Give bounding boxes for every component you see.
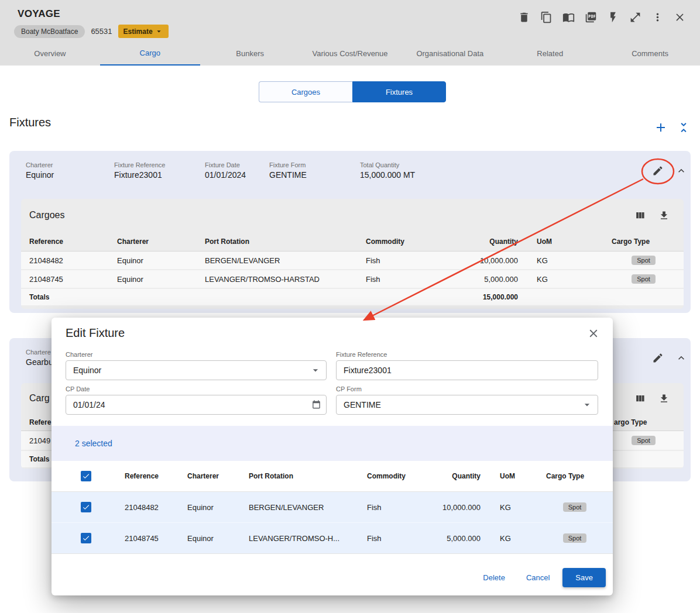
pencil-icon [652, 165, 664, 177]
trash-button[interactable] [518, 11, 530, 23]
download-button[interactable] [658, 393, 670, 404]
totals-row: Totals 15,000.000 [21, 289, 684, 305]
estimate-button[interactable]: Estimate [118, 25, 169, 38]
fullscreen-button[interactable] [629, 11, 641, 23]
cell-port-rotation: BERGEN/LEVANGER [205, 256, 366, 265]
cell-charterer: Equinor [187, 534, 249, 543]
cell-port-rotation: BERGEN/LEVANGER [249, 503, 367, 512]
charterer-select[interactable] [66, 360, 327, 380]
cell-charterer: Equinor [117, 275, 205, 284]
cell-uom: KG [518, 256, 612, 265]
select-all-checkbox[interactable] [81, 471, 91, 481]
edit-fixture-modal: Edit Fixture Charterer Fixture Reference… [52, 318, 613, 595]
voyage-number: 65531 [91, 27, 112, 36]
edit-fixture-button[interactable] [652, 165, 664, 177]
fullscreen-icon [629, 11, 641, 23]
modal-title: Edit Fixture [66, 326, 125, 340]
header-toolbar [518, 11, 686, 23]
charterer-label: Charterer [26, 161, 114, 168]
cell-port-rotation: LEVANGER/TROMSO-H... [249, 534, 367, 543]
edit-fixture-button[interactable] [652, 352, 664, 364]
fixture-date-value: 01/01/2024 [205, 170, 269, 180]
col-cargo-type: Cargo Type [546, 472, 603, 480]
tab-organisational-data[interactable]: Organisational Data [400, 41, 500, 66]
kebab-menu-button[interactable] [651, 11, 664, 23]
cp-date-input[interactable] [66, 395, 327, 415]
tab-related[interactable]: Related [500, 41, 600, 66]
col-reference: Reference [29, 237, 117, 246]
cell-commodity: Fish [367, 534, 418, 543]
cell-quantity: 10,000.000 [418, 503, 481, 512]
save-button[interactable]: Save [562, 568, 606, 587]
fixtures-toggle-button[interactable]: Fixtures [352, 81, 446, 102]
fixture-reference-input[interactable] [336, 360, 598, 380]
tab-overview[interactable]: Overview [0, 41, 100, 66]
row-checkbox[interactable] [81, 533, 91, 543]
trash-icon [518, 11, 530, 23]
cp-form-label: CP Form [336, 385, 598, 392]
cargo-table-header: Reference Charterer Port Rotation Commod… [21, 232, 684, 252]
delete-button[interactable]: Delete [475, 569, 513, 587]
col-cargo-type: argo Type [612, 418, 675, 426]
fixture-reference-value: Fixture23001 [114, 170, 205, 180]
col-quantity: Quantity [418, 472, 481, 480]
page-title: VOYAGE [18, 8, 60, 20]
row-checkbox[interactable] [81, 502, 91, 512]
selection-toolbar: 2 selected [52, 426, 613, 461]
download-button[interactable] [658, 210, 670, 221]
cell-reference: 21048482 [29, 256, 117, 265]
fixture-date-label: Fixture Date [205, 161, 269, 168]
flash-button[interactable] [607, 11, 619, 23]
totals-quantity: 15,000.000 [454, 293, 518, 301]
tab-cargo[interactable]: Cargo [100, 41, 200, 66]
collapse-all-button[interactable] [677, 120, 691, 135]
download-icon [658, 393, 670, 404]
pdf-button[interactable] [585, 11, 597, 23]
cargoes-fixtures-toggle: Cargoes Fixtures [259, 81, 446, 102]
charterer-label: Charterer [66, 351, 327, 358]
cell-quantity: 10,000.000 [454, 256, 518, 265]
plus-icon [654, 120, 668, 135]
tab-various-cost-revenue[interactable]: Various Cost/Revenue [300, 41, 400, 66]
chevron-down-icon [310, 364, 321, 376]
col-port-rotation: Port Rotation [249, 472, 367, 480]
cargoes-toolbar [634, 393, 670, 404]
collapse-card-button[interactable] [675, 165, 687, 177]
tab-comments[interactable]: Comments [600, 41, 700, 66]
fixture-summary: Charterer Equinor Fixture Reference Fixt… [9, 151, 691, 180]
col-commodity: Commodity [367, 472, 418, 480]
cp-form-select[interactable] [336, 395, 598, 415]
total-quantity-value: 15,000.000 MT [360, 170, 415, 180]
col-uom: UoM [481, 472, 546, 480]
add-fixture-button[interactable] [654, 120, 668, 135]
tab-bunkers[interactable]: Bunkers [200, 41, 300, 66]
cancel-button[interactable]: Cancel [518, 569, 558, 587]
cell-commodity: Fish [367, 503, 418, 512]
selection-count: 2 selected [75, 439, 112, 448]
cell-charterer: Equinor [187, 503, 249, 512]
copy-button[interactable] [540, 11, 553, 23]
columns-button[interactable] [634, 393, 646, 404]
calendar-icon [311, 400, 321, 410]
modal-close-button[interactable] [587, 327, 600, 340]
fixtures-section-title: Fixtures [9, 116, 51, 129]
copy-icon [540, 11, 553, 23]
table-row[interactable]: 21048482 Equinor BERGEN/LEVANGER Fish 10… [21, 252, 684, 269]
close-window-button[interactable] [674, 11, 686, 23]
cell-uom: KG [481, 534, 546, 543]
table-row[interactable]: 21048745 Equinor LEVANGER/TROMSO-H... Fi… [52, 523, 613, 554]
table-row[interactable]: 21048745 Equinor LEVANGER/TROMSO-HARSTAD… [21, 270, 684, 288]
cell-uom: KG [481, 503, 546, 512]
collapse-card-button[interactable] [675, 352, 687, 364]
cargo-type-badge: Spot [632, 274, 656, 284]
table-row[interactable]: 21048482 Equinor BERGEN/LEVANGER Fish 10… [52, 492, 613, 523]
cargo-type-badge: Spot [632, 256, 656, 265]
columns-button[interactable] [634, 210, 646, 221]
fixture-form-label: Fixture Form [269, 161, 360, 168]
cargo-type-badge: Spot [632, 436, 656, 445]
cargoes-toggle-button[interactable]: Cargoes [259, 81, 352, 102]
book-button[interactable] [562, 11, 575, 23]
fixture-card-1: Charterer Equinor Fixture Reference Fixt… [9, 151, 691, 313]
fixtures-section-actions [654, 120, 691, 135]
cell-reference: 21048745 [29, 275, 117, 284]
